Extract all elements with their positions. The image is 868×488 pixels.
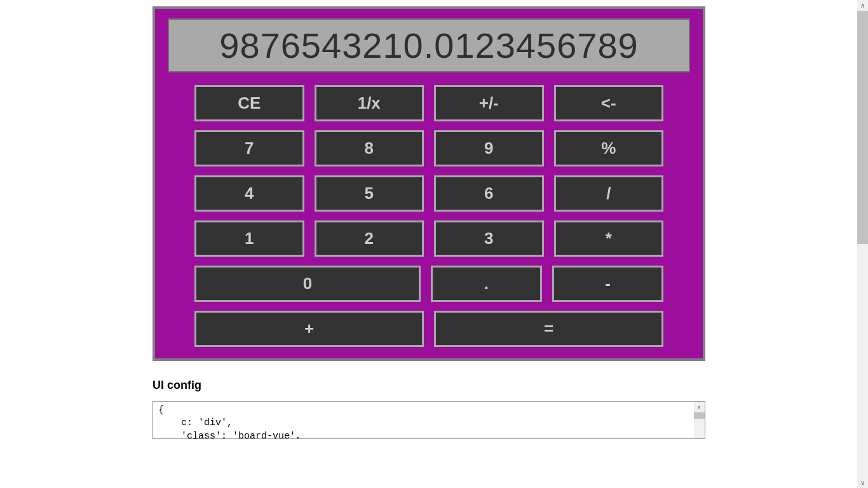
digit-8-button[interactable]: 8	[315, 130, 424, 166]
equals-button[interactable]: =	[434, 311, 663, 347]
calculator-display: 9876543210.0123456789	[168, 18, 690, 72]
config-scrollbar[interactable]: ∧	[694, 402, 705, 438]
backspace-button[interactable]: <-	[554, 85, 664, 121]
scroll-thumb[interactable]	[694, 412, 705, 419]
button-row: +=	[168, 311, 690, 347]
digit-3-button[interactable]: 3	[434, 220, 544, 257]
scroll-up-icon[interactable]: ∧	[857, 0, 868, 11]
button-row: CE1/x+/-<-	[168, 85, 690, 121]
digit-1-button[interactable]: 1	[194, 220, 304, 257]
scroll-up-icon[interactable]: ∧	[694, 402, 705, 412]
divide-button[interactable]: /	[554, 175, 664, 212]
scroll-track[interactable]	[857, 11, 868, 439]
button-row: 456/	[168, 175, 690, 212]
reciprocal-button[interactable]: 1/x	[315, 85, 424, 121]
digit-2-button[interactable]: 2	[315, 220, 424, 257]
scroll-thumb[interactable]	[857, 11, 868, 244]
calculator-board: 9876543210.0123456789 CE1/x+/-<-789%456/…	[153, 6, 705, 361]
digit-4-button[interactable]: 4	[194, 175, 304, 212]
digit-7-button[interactable]: 7	[194, 130, 304, 166]
add-button[interactable]: +	[194, 311, 424, 347]
multiply-button[interactable]: *	[554, 220, 664, 257]
button-row: 123*	[168, 220, 690, 257]
ui-config-heading: UI config	[153, 379, 855, 392]
digit-0-button[interactable]: 0	[194, 266, 421, 302]
button-row: 789%	[168, 130, 690, 166]
sign-toggle-button[interactable]: +/-	[434, 85, 544, 121]
button-row: 0.-	[168, 266, 690, 302]
page-scrollbar[interactable]: ∧ ∨	[857, 0, 868, 439]
digit-9-button[interactable]: 9	[434, 130, 544, 166]
digit-6-button[interactable]: 6	[434, 175, 544, 212]
ui-config-textarea[interactable]: { c: 'div', 'class': 'board-vue',	[153, 401, 705, 439]
decimal-button[interactable]: .	[431, 266, 542, 302]
subtract-button[interactable]: -	[552, 266, 663, 302]
clear-entry-button[interactable]: CE	[194, 85, 304, 121]
percent-button[interactable]: %	[554, 130, 664, 166]
digit-5-button[interactable]: 5	[315, 175, 424, 212]
scroll-track[interactable]	[694, 419, 705, 438]
